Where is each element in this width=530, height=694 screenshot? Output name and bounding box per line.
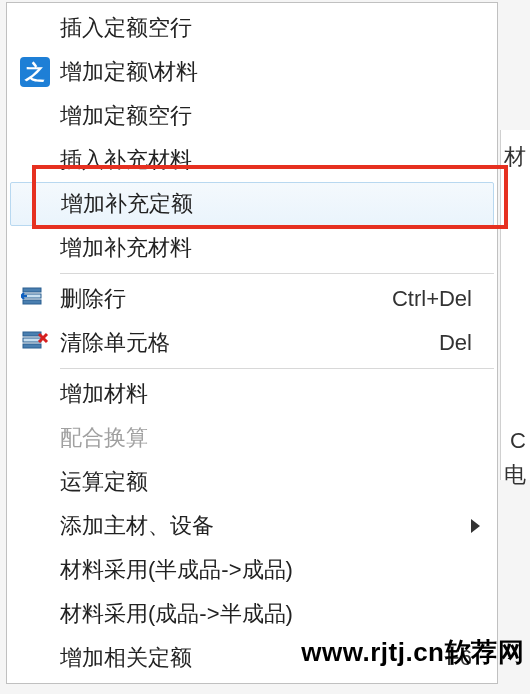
- menu-separator: [60, 273, 494, 274]
- menu-item-label: 增加补充材料: [60, 233, 486, 263]
- side-char: C: [510, 428, 526, 454]
- menu-item[interactable]: 增加材料: [10, 372, 494, 416]
- delete-row-icon: [21, 284, 49, 314]
- menu-item[interactable]: 清除单元格Del: [10, 321, 494, 365]
- menu-item[interactable]: 插入定额空行: [10, 6, 494, 50]
- menu-item[interactable]: 插入补充材料: [10, 138, 494, 182]
- menu-item-label: 配合换算: [60, 423, 486, 453]
- chevron-right-icon: [471, 519, 480, 533]
- menu-item[interactable]: 之增加定额\材料: [10, 50, 494, 94]
- menu-item-shortcut: Ctrl+Del: [392, 286, 486, 312]
- menu-item[interactable]: 增加补充材料: [10, 226, 494, 270]
- menu-item-label: 增加材料: [60, 379, 486, 409]
- menu-item-label: 清除单元格: [60, 328, 439, 358]
- icon-slot: 之: [10, 57, 60, 87]
- menu-item[interactable]: 增加补充定额: [10, 182, 494, 226]
- side-char: 电: [504, 460, 526, 490]
- context-menu: 插入定额空行之增加定额\材料增加定额空行插入补充材料增加补充定额增加补充材料删除…: [6, 2, 498, 684]
- side-char: 材: [504, 142, 526, 172]
- menu-item-label: 增加定额空行: [60, 101, 486, 131]
- menu-item[interactable]: 增加定额空行: [10, 94, 494, 138]
- clear-cell-icon: [21, 328, 49, 358]
- svg-rect-0: [23, 288, 41, 292]
- svg-rect-4: [23, 338, 41, 342]
- zhi-icon: 之: [20, 57, 50, 87]
- icon-slot: [10, 284, 60, 314]
- svg-rect-2: [23, 300, 41, 304]
- menu-item-label: 插入补充材料: [60, 145, 486, 175]
- menu-item-label: 增加定额\材料: [60, 57, 486, 87]
- menu-item-label: 材料采用(半成品->成品): [60, 555, 486, 585]
- menu-separator: [60, 368, 494, 369]
- menu-item[interactable]: 删除行Ctrl+Del: [10, 277, 494, 321]
- background-panel: 材 C 电: [500, 130, 530, 480]
- menu-item[interactable]: 添加主材、设备: [10, 504, 494, 548]
- menu-item[interactable]: 材料采用(半成品->成品): [10, 548, 494, 592]
- menu-item-label: 删除行: [60, 284, 392, 314]
- menu-item-label: 增加补充定额: [61, 189, 485, 219]
- menu-item-label: 材料采用(成品->半成品): [60, 599, 486, 629]
- menu-item-label: 插入定额空行: [60, 13, 486, 43]
- svg-rect-5: [23, 344, 41, 348]
- menu-item-label: 运算定额: [60, 467, 486, 497]
- watermark-text: www.rjtj.cn软荐网: [301, 635, 524, 670]
- menu-item[interactable]: 材料采用(成品->半成品): [10, 592, 494, 636]
- menu-item[interactable]: 运算定额: [10, 460, 494, 504]
- icon-slot: [10, 328, 60, 358]
- menu-item-shortcut: Del: [439, 330, 486, 356]
- menu-item-label: 添加主材、设备: [60, 511, 471, 541]
- menu-item: 配合换算: [10, 416, 494, 460]
